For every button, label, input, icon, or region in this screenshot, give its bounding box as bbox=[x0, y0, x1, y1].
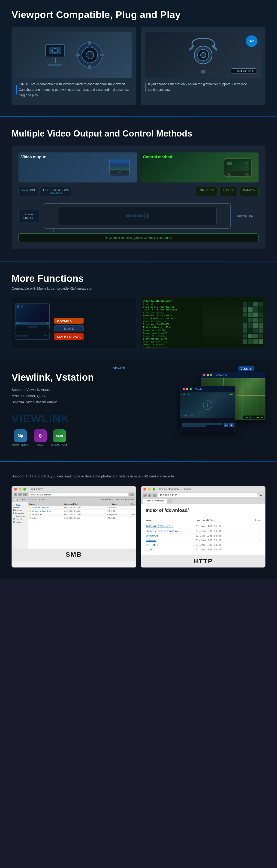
http-label: HTTP bbox=[141, 555, 265, 567]
app-icon-smartap: smart SmartAP GCS bbox=[51, 429, 68, 446]
section-functions: More Functions Compatible with Mavlink, … bbox=[0, 261, 277, 360]
mavlink-badge: MAVLINK bbox=[54, 318, 83, 323]
http-file-row-6[interactable]: video 01-Jan-1900 00:00 - bbox=[146, 548, 261, 552]
win-max-btn-smb[interactable] bbox=[23, 488, 26, 491]
section-video: Multiple Video Output and Control Method… bbox=[0, 117, 277, 261]
smb-address-bar[interactable]: 192.168.2.119\camera bbox=[29, 493, 128, 496]
http-box: Index of /download/ — Browser ◀ ▶ ↻ 192.… bbox=[141, 486, 266, 567]
forward-btn[interactable]: ▶ bbox=[19, 493, 22, 496]
power-label: Power (3S~6S) bbox=[19, 210, 39, 222]
video-output-panel: Video output: bbox=[19, 152, 137, 183]
badge-360: 360° bbox=[246, 35, 257, 47]
smb-file-row-4[interactable]: 📁 video 09/12/2023 14:00 File folder bbox=[28, 517, 136, 520]
back-btn[interactable]: ◀ bbox=[13, 493, 17, 496]
app-icon-qgc: Q QGC bbox=[34, 429, 47, 446]
smb-file-row-1[interactable]: 📁 2023-09-12T14:40.. 09/12/2023 14:00 Fi… bbox=[28, 506, 136, 509]
browser-go[interactable]: ▶ bbox=[259, 494, 264, 497]
http-file-row-3[interactable]: download 01-Jan-1900 00:00 - bbox=[146, 533, 261, 538]
desktop-nav[interactable]: 🖥 Desktop bbox=[13, 508, 27, 512]
viewlink-map-label: Viewlink bbox=[113, 366, 125, 370]
mavlink-box: MAVLINK Mavlink KLV METADATA bbox=[11, 297, 136, 348]
http-file-row-2[interactable]: Phone Video definition.. 01-Jan-1900 00:… bbox=[146, 529, 261, 533]
card-right-image: 360° TF card slot, 128G bbox=[145, 32, 261, 78]
video-output-label: Video output: bbox=[21, 155, 46, 159]
section-viewlink: Viewlink, Vstation Supports Viewlink, Vs… bbox=[0, 360, 277, 461]
downloads-nav[interactable]: ⬇ Downloads bbox=[13, 512, 27, 515]
section-viewport: Viewport Compatible, Plug and Play bbox=[0, 0, 277, 116]
app-icons-row: Mp Mission planner Q QGC smart SmartAP G… bbox=[11, 429, 99, 446]
app-label-mp: Mission planner bbox=[11, 443, 29, 446]
documents-nav[interactable]: 📄 Documents bbox=[13, 515, 27, 518]
viewport-title: Viewport Compatible, Plug and Play bbox=[11, 9, 266, 20]
ip-rtsp-node: IP(RTSP, RTMP, UDP) H.264/H.265 bbox=[40, 187, 72, 196]
app-icon-mp: Mp Mission planner bbox=[11, 429, 29, 446]
video-title: Multiple Video Output and Control Method… bbox=[11, 129, 266, 138]
browser-tab[interactable]: Index of /download/ bbox=[143, 499, 167, 503]
app-label-qgc: QGC bbox=[37, 443, 43, 446]
win-min-btn-smb[interactable] bbox=[19, 488, 22, 491]
file-menu[interactable]: File bbox=[13, 498, 20, 501]
thispc-nav[interactable]: 💻 This PC bbox=[13, 518, 27, 521]
terminal-box: 192.168.2.119/download/ $ ls -la drwxr-x… bbox=[141, 297, 266, 348]
control-box-label: Control Box bbox=[236, 214, 258, 218]
uart-sbus-node: UART/S.BUS bbox=[196, 187, 217, 196]
micro-hdmi-node: Micro HDMI bbox=[19, 187, 38, 196]
browser-back[interactable]: ◀ bbox=[143, 494, 147, 497]
video-diagram: Video output: Control method: bbox=[11, 146, 266, 249]
app-label-smartap: SmartAP GCS bbox=[51, 443, 68, 446]
klv-badge: KLV METADATA bbox=[54, 333, 83, 340]
viewlink-card: Viewlink CAM: 50x ●REC P:-15° Y:0° bbox=[180, 386, 236, 432]
http-page-title: Index of /download/ bbox=[146, 508, 261, 515]
card-left-image bbox=[16, 32, 132, 78]
control-box-device bbox=[44, 203, 231, 229]
viewport-card-left: QIR50T pro is compatible with Viewpro qu… bbox=[11, 27, 136, 105]
up-btn[interactable]: ▲ bbox=[23, 493, 28, 496]
section-http: Support HTTP and SMB, you can read, copy… bbox=[0, 462, 277, 579]
win-close-btn-http[interactable] bbox=[143, 488, 146, 491]
http-description: Support HTTP and SMB, you can read, copy… bbox=[11, 473, 266, 479]
functions-images: MAVLINK Mavlink KLV METADATA bbox=[11, 297, 266, 348]
viewport-card-right: 360° TF card slot, 128G bbox=[141, 27, 266, 105]
pwm-ppm-node: PWM/PPM bbox=[240, 187, 258, 196]
viewport-cards: QIR50T pro is compatible with Viewpro qu… bbox=[11, 27, 266, 105]
tcp-udp-node: TCP/UDP bbox=[219, 187, 238, 196]
home-menu[interactable]: Home bbox=[21, 498, 28, 501]
smb-file-row-3[interactable]: 📄 autorun.inf 09/12/2023 14:00 Setup Inf… bbox=[28, 513, 136, 517]
http-images: File Explorer ◀ ▶ ▲ 192.168.2.119\camera… bbox=[11, 486, 266, 567]
card-left-desc: QIR50T pro is compatible with Viewpro qu… bbox=[19, 82, 132, 98]
smb-file-row-2[interactable]: 📁 System Volume Info 09/12/2023 14:00 Fi… bbox=[28, 509, 136, 513]
http-file-row-4[interactable]: autorun 01-Jan-1900 00:00 - bbox=[146, 538, 261, 543]
functions-title: More Functions bbox=[11, 273, 266, 284]
tf-badge: TF card slot, 128G bbox=[231, 68, 256, 73]
win-close-btn-smb[interactable] bbox=[14, 488, 17, 491]
win-min-btn-http[interactable] bbox=[148, 488, 151, 491]
control-method-label: Control method: bbox=[143, 155, 174, 159]
quick-access-nav[interactable]: ⭐ Quick access bbox=[13, 503, 27, 508]
new-tab-btn[interactable]: + bbox=[167, 499, 172, 503]
win-max-btn-http[interactable] bbox=[152, 488, 155, 491]
browser-forward[interactable]: ▶ bbox=[148, 494, 151, 497]
share-menu[interactable]: Share bbox=[30, 498, 37, 501]
viewlink-brand: VIEWLINK bbox=[11, 412, 99, 425]
browser-refresh[interactable]: ↻ bbox=[152, 494, 157, 497]
http-file-row-5[interactable]: SYSTEM~1 01-Jan-1900 00:00 - bbox=[146, 543, 261, 548]
control-method-panel: Control method: bbox=[140, 152, 259, 183]
search-btn[interactable]: 🔍 bbox=[130, 493, 134, 496]
http-url-bar[interactable]: 192.168.2.119/ bbox=[158, 493, 258, 497]
viewlink-description: Supports Viewlink, Vstation, MissionPlan… bbox=[11, 386, 99, 405]
mavlink-sub-badge: Mavlink bbox=[54, 326, 83, 332]
view-menu[interactable]: View bbox=[38, 498, 44, 501]
smb-box: File Explorer ◀ ▶ ▲ 192.168.2.119\camera… bbox=[11, 486, 136, 567]
network-nav[interactable]: 🌐 Network bbox=[13, 521, 27, 524]
http-file-row-1[interactable]: 2023-09-12T14:40.. 01-Jan-1900 00:00 - bbox=[146, 524, 261, 529]
smb-label: SMB bbox=[12, 549, 136, 561]
card-right-desc: If you choose Ethernet only option the g… bbox=[148, 82, 261, 93]
functions-description: Compatible with Mavlink, can provide KLV… bbox=[11, 286, 266, 290]
vstation-map-label: Vstation bbox=[238, 366, 254, 371]
viewlink-title: Viewlink, Vstation bbox=[11, 372, 99, 383]
